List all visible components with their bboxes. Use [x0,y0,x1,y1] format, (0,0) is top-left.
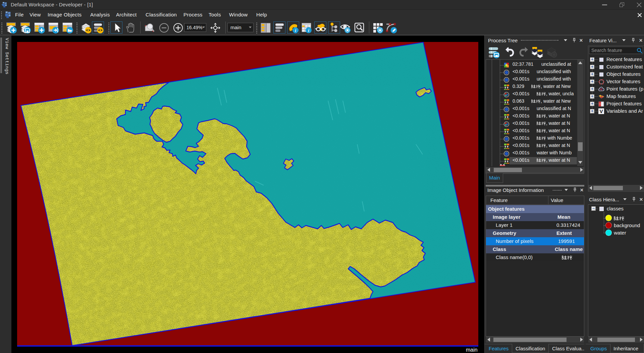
svg-text:i: i [295,28,296,33]
svg-text:i: i [308,28,309,33]
